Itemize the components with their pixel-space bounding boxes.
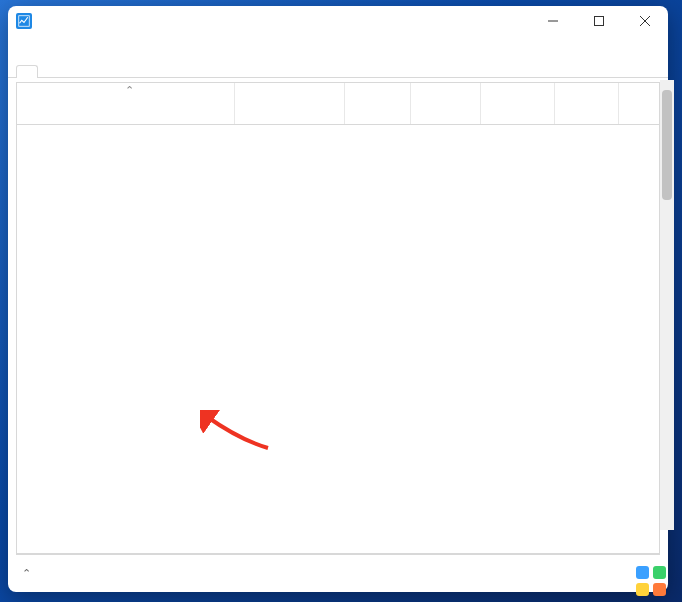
titlebar[interactable] <box>8 6 668 36</box>
header-cpu[interactable] <box>345 83 411 124</box>
header-status[interactable] <box>235 83 345 124</box>
scrollbar-track[interactable] <box>660 80 674 530</box>
tab-services[interactable] <box>148 64 170 77</box>
collapse-icon[interactable]: ⌃ <box>22 567 31 580</box>
watermark-logo-icon <box>636 566 666 596</box>
header-network[interactable] <box>555 83 619 124</box>
tab-users[interactable] <box>104 64 126 77</box>
main-area: ⌃ <box>8 78 668 554</box>
tabbar <box>8 60 668 78</box>
svg-rect-2 <box>595 17 604 26</box>
tab-app-history[interactable] <box>60 64 82 77</box>
watermark <box>636 566 674 596</box>
minimize-button[interactable] <box>530 6 576 36</box>
header-memory[interactable] <box>411 83 481 124</box>
footer: ⌃ <box>16 554 660 592</box>
tab-performance[interactable] <box>38 64 60 77</box>
maximize-button[interactable] <box>576 6 622 36</box>
table-body <box>17 125 659 553</box>
task-manager-window: ⌃ ⌃ <box>8 6 668 592</box>
table-header: ⌃ <box>17 83 659 125</box>
tab-startup[interactable] <box>82 64 104 77</box>
tab-details[interactable] <box>126 64 148 77</box>
close-button[interactable] <box>622 6 668 36</box>
header-power[interactable] <box>619 83 643 124</box>
menubar <box>8 36 668 60</box>
header-disk[interactable] <box>481 83 555 124</box>
sort-indicator-icon: ⌃ <box>125 84 134 97</box>
scrollbar-thumb[interactable] <box>662 90 672 200</box>
app-icon <box>16 13 32 29</box>
process-table: ⌃ <box>16 82 660 554</box>
tab-processes[interactable] <box>16 65 38 78</box>
